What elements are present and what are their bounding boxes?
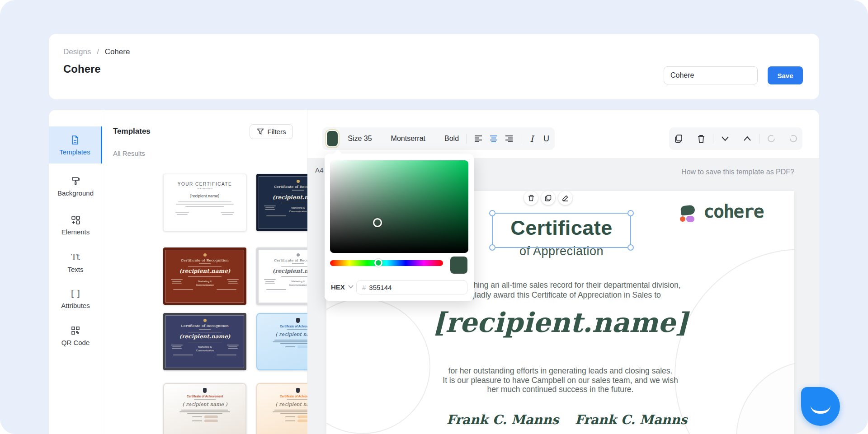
template-thumbnail[interactable]: Certificate of Recognition (recipient.na… — [163, 313, 246, 370]
template-thumbnail[interactable]: Certificate of Recognition (recipient.na… — [163, 247, 246, 305]
thumb-recipient: (recipient.name) — [179, 333, 230, 340]
certificate-body-text[interactable]: for her outstanding efforts in generatin… — [326, 366, 794, 394]
resize-handle[interactable] — [627, 244, 634, 251]
chat-launcher-button[interactable] — [801, 387, 840, 426]
saturation-value-handle[interactable] — [373, 218, 382, 227]
saturation-value-area[interactable] — [330, 160, 468, 253]
undo-button[interactable] — [767, 135, 775, 143]
cohere-logo[interactable]: cohere — [680, 204, 788, 224]
align-center-button[interactable] — [489, 135, 498, 142]
chat-smile-icon — [811, 405, 830, 414]
filters-button[interactable]: Filters — [250, 124, 293, 139]
pdf-help-link[interactable]: How to save this template as PDF? — [681, 168, 794, 176]
italic-button[interactable]: I — [528, 134, 536, 144]
move-up-button[interactable] — [743, 136, 751, 141]
filters-button-label: Filters — [268, 128, 286, 135]
element-edit-button[interactable] — [558, 191, 572, 205]
breadcrumb-designs-link[interactable]: Designs — [63, 47, 91, 56]
popup-pointer — [333, 149, 342, 159]
toolbar-divider — [466, 134, 467, 144]
move-down-button[interactable] — [721, 136, 729, 141]
template-thumbnail[interactable]: YOUR CERTIFICATE OF ACHIEVEMENT [recipie… — [163, 174, 246, 231]
element-delete-button[interactable] — [524, 191, 538, 205]
thumb-title: Certificate of Achievement — [187, 395, 223, 398]
qr-code-icon — [70, 325, 81, 336]
color-picker-popup: HEX # 355144 — [325, 154, 474, 301]
redo-button[interactable] — [789, 135, 797, 143]
thumb-emblem-icon — [203, 388, 207, 393]
chevron-down-icon[interactable] — [348, 285, 354, 289]
breadcrumb-separator: / — [97, 47, 99, 56]
toolbar-divider — [759, 134, 760, 144]
thumb-columns: Marketing &Communication — [171, 279, 239, 287]
sidebar-item-label: Attributes — [61, 302, 90, 309]
templates-panel: Templates Filters All Results YOUR CERTI… — [102, 110, 307, 434]
thumb-signatures — [175, 212, 234, 215]
main-card: Templates Background Elements Tt Texts — [49, 110, 819, 434]
hue-slider-handle[interactable] — [374, 259, 382, 267]
cohere-logo-wordmark: cohere — [703, 201, 764, 222]
breadcrumb-current: Cohere — [105, 47, 130, 56]
page-size-label: A4 — [315, 166, 323, 174]
thumb-medal-icon — [297, 180, 300, 183]
templates-panel-title: Templates — [113, 127, 151, 136]
resize-handle[interactable] — [489, 244, 495, 251]
sidebar-item-texts[interactable]: Tt Texts — [49, 247, 102, 277]
element-duplicate-button[interactable] — [541, 191, 555, 205]
thumb-text-lines — [176, 201, 234, 207]
sidebar-item-label: Background — [57, 189, 94, 197]
hex-value-input[interactable]: # 355144 — [356, 280, 467, 294]
hex-hash-prefix: # — [362, 284, 366, 291]
resize-handle[interactable] — [489, 210, 495, 216]
thumb-columns: Marketing &Communication — [171, 345, 239, 353]
text-toolbar: Size 35 Montserrat Bold I U — [322, 127, 555, 150]
text-color-swatch-button[interactable] — [327, 131, 338, 146]
thumb-text-lines — [179, 410, 230, 414]
sidebar-item-label: QR Code — [61, 339, 90, 346]
duplicate-button[interactable] — [674, 134, 683, 143]
certificate-heading-text[interactable]: Certificate — [493, 216, 630, 240]
thumb-recipient: ( recipient name ) — [182, 401, 227, 407]
elements-icon — [70, 215, 81, 225]
template-thumbnail[interactable]: Certificate of Achievement ( recipient n… — [163, 383, 246, 434]
breadcrumb: Designs / Cohere — [63, 47, 130, 56]
resize-handle[interactable] — [627, 210, 634, 216]
sidebar-item-qr-code[interactable]: QR Code — [49, 321, 102, 350]
design-name-input[interactable] — [664, 66, 758, 84]
thumb-emblem-icon — [296, 318, 300, 323]
sidebar-item-background[interactable]: Background — [49, 171, 102, 201]
thumb-medal-icon — [203, 319, 207, 322]
save-button[interactable]: Save — [768, 66, 803, 84]
funnel-icon — [257, 128, 264, 135]
sidebar-item-templates[interactable]: Templates — [49, 126, 102, 163]
object-toolbar — [669, 127, 802, 150]
sidebar: Templates Background Elements Tt Texts — [49, 110, 102, 434]
align-right-button[interactable] — [505, 135, 514, 142]
sidebar-item-label: Templates — [59, 148, 90, 156]
underline-button[interactable]: U — [542, 134, 551, 144]
font-size-selector[interactable]: Size 35 — [348, 135, 372, 143]
font-family-selector[interactable]: Montserrat — [391, 135, 425, 143]
thumb-medal-icon — [297, 253, 300, 257]
color-mode-dropdown[interactable]: HEX — [331, 283, 345, 291]
current-color-swatch — [450, 257, 467, 274]
element-floating-toolbar — [524, 191, 572, 205]
thumb-title: YOUR CERTIFICATE — [178, 182, 232, 187]
sidebar-item-label: Elements — [61, 228, 90, 236]
recipient-name-placeholder[interactable]: [recipient.name] — [326, 307, 794, 338]
delete-button[interactable] — [697, 134, 705, 143]
thumb-medal-icon — [203, 253, 207, 257]
font-weight-selector[interactable]: Bold — [444, 135, 459, 143]
signature-left[interactable]: Frank C. Manns — [435, 412, 571, 427]
align-left-button[interactable] — [474, 135, 483, 142]
sidebar-item-label: Texts — [67, 266, 83, 273]
selected-text-element[interactable]: Certificate — [492, 213, 631, 248]
header-card: Designs / Cohere Cohere Save — [49, 34, 819, 99]
signature-right[interactable]: Frank C. Manns — [563, 412, 699, 427]
sidebar-item-elements[interactable]: Elements — [49, 210, 102, 240]
hue-slider[interactable] — [330, 260, 443, 266]
templates-icon — [70, 135, 80, 145]
sidebar-item-attributes[interactable]: [ ] Attributes — [49, 284, 102, 313]
texts-icon: Tt — [70, 252, 81, 263]
hex-value-text: 355144 — [369, 284, 392, 291]
